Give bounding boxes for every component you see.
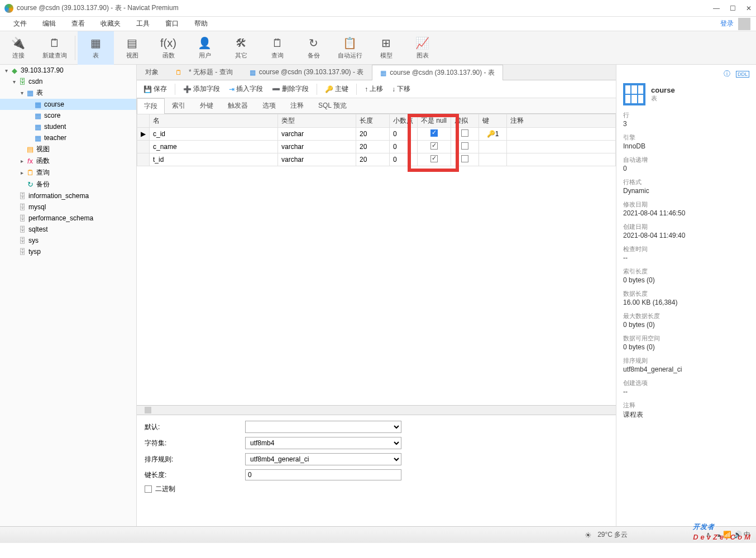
info-section: 创建日期2021-08-04 11:49:40 [623, 223, 749, 239]
keylen-input[interactable] [245, 469, 401, 480]
tree-db-sqltest[interactable]: 🗄sqltest [0, 224, 136, 235]
subtab-SQL 预览[interactable]: SQL 预览 [311, 98, 354, 113]
col-key[interactable]: 键 [479, 114, 507, 128]
close-button[interactable]: ✕ [746, 4, 752, 12]
col-virtual[interactable]: 虚拟 [451, 114, 479, 128]
tree-db-information-schema[interactable]: 🗄information_schema [0, 190, 136, 201]
avatar[interactable] [738, 18, 750, 30]
tree-table-teacher[interactable]: ▦teacher [0, 132, 136, 143]
doctab-course-1[interactable]: ▦course @csdn (39.103.137.90) - 表 [241, 64, 372, 80]
tree-views[interactable]: ▤视图 [0, 143, 136, 155]
primary-key-button[interactable]: 🔑主键 [322, 83, 352, 95]
col-decimal[interactable]: 小数点 [390, 114, 418, 128]
save-icon: 💾 [143, 85, 152, 93]
menu-help[interactable]: 帮助 [186, 18, 216, 30]
doctab-course-2[interactable]: ▦course @csdn (39.103.137.90) - 表 [372, 65, 503, 80]
save-button[interactable]: 💾保存 [140, 83, 170, 95]
col-name[interactable]: 名 [150, 114, 278, 128]
object-name: course [651, 86, 675, 94]
tree-db-tysp[interactable]: 🗄tysp [0, 246, 136, 257]
toolbar-新建查询[interactable]: 🗒新建查询 [36, 31, 73, 65]
menu-favorites[interactable]: 收藏夹 [93, 18, 128, 30]
tree-table-score[interactable]: ▦score [0, 110, 136, 121]
default-input[interactable] [245, 421, 401, 433]
table-row[interactable]: c_namevarchar200 [137, 141, 616, 153]
subtab-选项[interactable]: 选项 [255, 98, 283, 113]
table-row[interactable]: t_idvarchar200 [137, 153, 616, 166]
doctab-query[interactable]: 🗒* 无标题 - 查询 [167, 64, 241, 80]
notnull-checkbox[interactable] [430, 155, 438, 162]
info-section: 引擎InnoDB [623, 133, 749, 150]
tree-connection[interactable]: ▾◆39.103.137.90 [0, 65, 136, 76]
login-link[interactable]: 登录 [720, 19, 734, 28]
keylen-label: 键长度: [145, 470, 245, 480]
titlebar: course @csdn (39.103.137.90) - 表 - Navic… [0, 0, 756, 17]
toolbar-表[interactable]: ▦表 [78, 31, 114, 65]
toolbar-连接[interactable]: 🔌连接 [0, 31, 36, 65]
minimize-button[interactable]: — [713, 4, 720, 12]
toolbar-图表[interactable]: 📈图表 [404, 31, 441, 65]
toolbar-备份[interactable]: ↻备份 [295, 31, 332, 65]
tree-database[interactable]: ▾🗄csdn [0, 76, 136, 87]
toolbar-用户[interactable]: 👤用户 [186, 31, 223, 65]
toolbar-模型[interactable]: ⊞模型 [368, 31, 404, 65]
info-section: 排序规则utf8mb4_general_ci [623, 357, 749, 373]
binary-checkbox[interactable] [145, 485, 152, 493]
tree-db-sys[interactable]: 🗄sys [0, 235, 136, 246]
virtual-checkbox[interactable] [461, 155, 468, 162]
info-icon[interactable]: ⓘ [724, 69, 730, 79]
subtabs: 字段索引外键触发器选项注释SQL 预览 [137, 98, 616, 114]
ddl-icon[interactable]: DDL [736, 71, 749, 78]
notnull-checkbox[interactable] [430, 129, 438, 137]
menu-tools[interactable]: 工具 [128, 18, 157, 30]
subtab-字段[interactable]: 字段 [137, 98, 165, 114]
col-type[interactable]: 类型 [278, 114, 356, 128]
collation-input[interactable]: utf8mb4_general_ci [245, 453, 401, 465]
tree-funcs[interactable]: ▸fx函数 [0, 155, 136, 167]
subtab-索引[interactable]: 索引 [165, 98, 193, 113]
table-row[interactable]: ▶ c_idvarchar200 🔑1 [137, 128, 616, 141]
add-field-button[interactable]: ➕添加字段 [180, 83, 223, 95]
menu-window[interactable]: 窗口 [157, 18, 186, 30]
toolbar-icon: ▤ [127, 36, 137, 50]
delete-icon: ➖ [272, 85, 280, 93]
fields-grid[interactable]: 名 类型 长度 小数点 不是 null 虚拟 键 注释 ▶ c_idvarcha… [137, 114, 616, 166]
virtual-checkbox[interactable] [461, 129, 468, 137]
toolbar-其它[interactable]: 🛠其它 [223, 31, 259, 65]
maximize-button[interactable]: ☐ [730, 4, 736, 12]
col-comment[interactable]: 注释 [507, 114, 616, 128]
menu-edit[interactable]: 编辑 [35, 18, 64, 30]
field-properties-panel: 默认: 字符集:utf8mb4 排序规则:utf8mb4_general_ci … [137, 415, 616, 526]
toolbar-icon: 📈 [415, 36, 429, 50]
toolbar-函数[interactable]: f(x)函数 [150, 31, 186, 65]
menu-view[interactable]: 查看 [64, 18, 93, 30]
doctab-objects[interactable]: 对象 [137, 64, 167, 80]
move-down-button[interactable]: ↓下移 [389, 83, 414, 95]
move-up-button[interactable]: ↑上移 [361, 83, 386, 95]
arrow-down-icon: ↓ [392, 85, 395, 93]
horizontal-scrollbar[interactable] [137, 405, 616, 415]
tree-db-mysql[interactable]: 🗄mysql [0, 201, 136, 213]
tree-db-performance-schema[interactable]: 🗄performance_schema [0, 213, 136, 224]
virtual-checkbox[interactable] [461, 142, 468, 150]
notnull-checkbox[interactable] [430, 142, 438, 150]
tree-queries[interactable]: ▸🗒查询 [0, 167, 136, 179]
subtab-外键[interactable]: 外键 [193, 98, 221, 113]
sidebar-tree[interactable]: ▾◆39.103.137.90 ▾🗄csdn ▾▦表 ▦course ▦scor… [0, 65, 137, 526]
tree-tables-group[interactable]: ▾▦表 [0, 87, 136, 99]
toolbar-自动运行[interactable]: 📋自动运行 [332, 31, 368, 65]
delete-field-button[interactable]: ➖删除字段 [269, 83, 312, 95]
toolbar-查询[interactable]: 🗒查询 [259, 31, 295, 65]
charset-input[interactable]: utf8mb4 [245, 437, 401, 449]
subtab-触发器[interactable]: 触发器 [221, 98, 255, 113]
tree-backups[interactable]: ↻备份 [0, 179, 136, 190]
menu-file[interactable]: 文件 [6, 18, 35, 30]
subtab-注释[interactable]: 注释 [283, 98, 311, 113]
insert-field-button[interactable]: ⇥插入字段 [226, 83, 266, 95]
col-notnull[interactable]: 不是 null [418, 114, 451, 128]
watermark: 开发者 DevZe.CoM [693, 516, 753, 541]
tree-table-student[interactable]: ▦student [0, 121, 136, 132]
toolbar-视图[interactable]: ▤视图 [114, 31, 150, 65]
col-length[interactable]: 长度 [356, 114, 390, 128]
tree-table-course[interactable]: ▦course [0, 99, 136, 110]
